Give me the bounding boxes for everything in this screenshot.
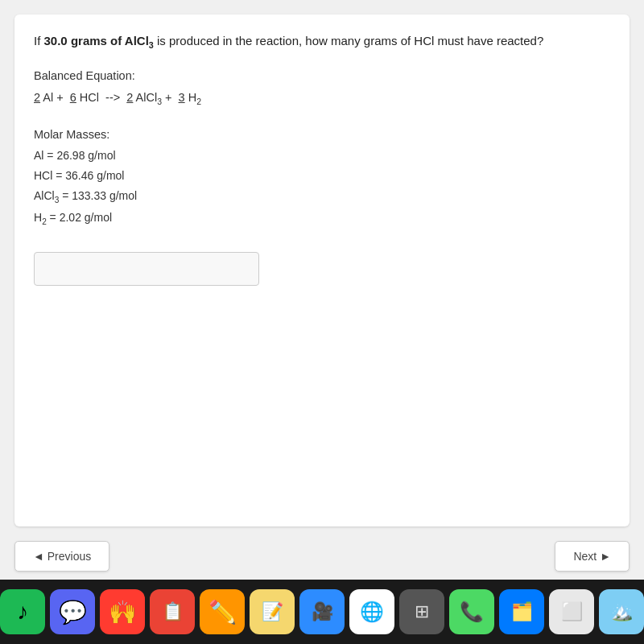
bold-text: 30.0 grams of AlCl3 xyxy=(44,34,154,47)
coeff-alcl3: 2 xyxy=(126,91,133,104)
previous-label: ◄ Previous xyxy=(33,550,91,563)
coeff-al: 2 xyxy=(34,91,40,104)
question-card: If 30.0 grams of AlCl3 is produced in th… xyxy=(14,14,630,526)
dock-item-chrome[interactable]: 🌐 xyxy=(349,589,394,634)
molar-mass-h2: H2 = 2.02 g/mol xyxy=(34,208,610,229)
dock-item-spotify[interactable]: ♪ xyxy=(0,589,45,634)
dock-item-photos[interactable]: 🏔️ xyxy=(599,589,644,634)
molar-masses-label: Molar Masses: xyxy=(34,128,610,141)
molar-masses-section: Molar Masses: Al = 26.98 g/mol HCl = 36.… xyxy=(34,128,610,229)
coeff-hcl: 6 xyxy=(70,91,76,104)
dock-item-phone[interactable]: 📞 xyxy=(449,589,494,634)
dock-item-grid[interactable]: ⊞ xyxy=(399,589,444,634)
question-text: If 30.0 grams of AlCl3 is produced in th… xyxy=(34,32,610,52)
dock-item-notes[interactable]: 📝 xyxy=(250,589,295,634)
molar-mass-hcl: HCl = 36.46 g/mol xyxy=(34,166,610,186)
dock-item-google[interactable]: 📋 xyxy=(150,589,195,634)
dock-bar: ♪ 💬 🙌 📋 ✏️ 📝 🎥 🌐 ⊞ 📞 🗂️ ⬜ 🏔️ xyxy=(0,580,644,644)
molar-mass-al: Al = 26.98 g/mol xyxy=(34,146,610,166)
coeff-h2: 3 xyxy=(179,91,185,104)
next-button[interactable]: Next ► xyxy=(555,541,630,572)
next-label: Next ► xyxy=(573,550,611,563)
main-content: If 30.0 grams of AlCl3 is produced in th… xyxy=(0,0,644,580)
equation-line: 2 Al + 6 HCl --> 2 AlCl3 + 3 H2 xyxy=(34,87,610,110)
previous-button[interactable]: ◄ Previous xyxy=(14,541,109,572)
molar-mass-alcl3: AlCl3 = 133.33 g/mol xyxy=(34,186,610,208)
dock-item-blue[interactable]: 🗂️ xyxy=(499,589,544,634)
dock-item-pencil[interactable]: ✏️ xyxy=(200,589,245,634)
answer-input[interactable] xyxy=(34,252,259,286)
balanced-equation-label: Balanced Equation: xyxy=(34,69,610,82)
dock-item-zoom[interactable]: 🎥 xyxy=(299,589,345,634)
nav-bar: ◄ Previous Next ► xyxy=(0,533,644,580)
dock-item-roblox[interactable]: ⬜ xyxy=(549,589,594,634)
dock-item-discord[interactable]: 💬 xyxy=(50,589,95,634)
dock-item-notification[interactable]: 🙌 xyxy=(100,589,145,634)
